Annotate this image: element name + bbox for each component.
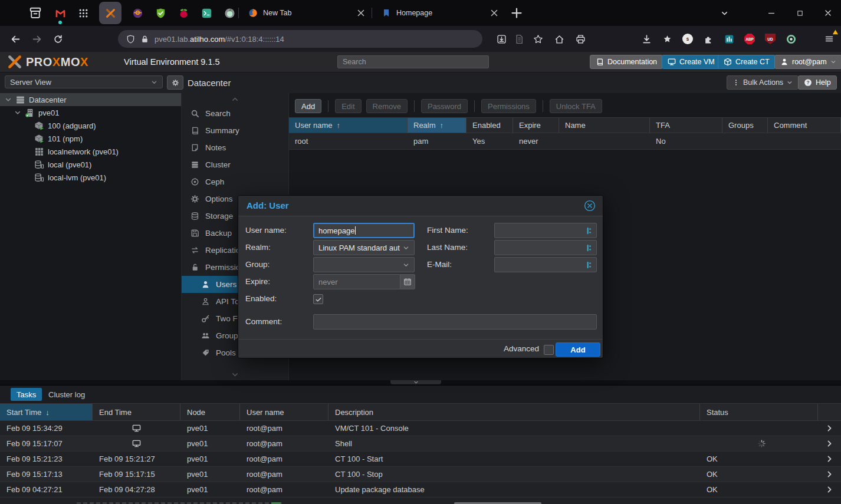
toolbar-button-edit[interactable]: Edit [335,99,361,113]
last-name-input[interactable] [494,240,597,255]
tree-item-101-npm[interactable]: 101 (npm) [0,132,181,145]
realm-combo[interactable]: Linux PAM standard aut [313,240,415,255]
reload-button[interactable] [50,31,66,47]
lock-icon[interactable] [140,35,149,44]
tab-close-icon[interactable] [489,8,500,18]
toolbar-button-add[interactable]: Add [295,99,321,113]
tab-close-icon[interactable] [356,8,366,18]
user-name-input[interactable]: homepage [313,223,415,238]
extension-wappalyzer[interactable] [723,33,735,45]
tree-item-datacenter[interactable]: Datacenter [0,93,181,106]
row-detail-chevron[interactable] [818,436,841,451]
column-header-start-time[interactable]: Start Time↓ [0,403,93,421]
group-combo[interactable] [313,257,415,272]
page-action-icon[interactable] [511,31,527,47]
pinned-tab-raspberry-pi[interactable] [176,6,190,20]
column-header-name[interactable]: Name [559,117,650,133]
column-header-realm[interactable]: Realm↑ [408,117,467,133]
password-manager-icon[interactable] [584,226,593,235]
home-icon[interactable] [551,31,567,47]
first-name-input[interactable] [494,223,597,238]
expire-input[interactable]: never [313,274,400,289]
browser-tab-homepage[interactable]: Homepage [374,2,505,24]
row-detail-chevron[interactable] [818,467,841,482]
column-header-user-name[interactable]: User name↑ [289,117,408,133]
pinned-tab-terminal[interactable] [199,6,213,20]
window-maximize-button[interactable] [788,4,812,22]
splitter-handle[interactable] [390,380,441,384]
enabled-checkbox[interactable] [313,294,323,304]
pinned-tab-proxmox[interactable] [99,2,121,24]
row-detail-chevron[interactable] [818,482,841,497]
pinned-tab-authentik[interactable] [130,6,144,20]
tree-item-100-adguard[interactable]: 100 (adguard) [0,119,181,132]
pinned-tab-apps-grid[interactable] [76,6,90,20]
extension-s-extension[interactable]: S [682,33,694,45]
extension-downloads[interactable] [640,33,652,45]
tree-item-local-pve01[interactable]: local (pve01) [0,158,181,171]
extension-extensions-puzzle[interactable] [702,33,714,45]
save-page-icon[interactable] [493,31,510,47]
dialog-close-icon[interactable] [584,200,596,212]
column-header-description[interactable]: Description [328,403,700,421]
task-row[interactable]: Feb 09 04:27:21Feb 09 04:27:28pve01root@… [0,482,841,498]
expand-chevron-icon[interactable] [14,109,21,116]
add-button[interactable]: Add [556,342,600,357]
menu-item-cluster[interactable]: Cluster [182,156,288,173]
documentation-button[interactable]: Documentation [590,55,663,69]
toolbar-button-unlock-tfa[interactable]: Unlock TFA [550,99,602,113]
comment-input[interactable] [313,314,597,330]
pinned-tab-adguard[interactable] [153,6,167,20]
row-detail-chevron[interactable] [818,452,841,466]
tab-tasks[interactable]: Tasks [11,388,42,401]
menu-item-ceph[interactable]: Ceph [182,173,288,190]
bulk-actions-button[interactable]: Bulk Actions [727,75,799,90]
task-row[interactable]: Feb 09 15:34:29pve01root@pamVM/CT 101 - … [0,421,841,436]
toolbar-button-permissions[interactable]: Permissions [481,99,536,113]
global-search-input[interactable]: Search [337,55,489,68]
task-row[interactable]: Feb 09 15:21:23Feb 09 15:21:27pve01root@… [0,452,841,467]
column-header-end-time[interactable]: End Time [93,403,180,421]
menu-hamburger-icon[interactable] [821,31,837,47]
url-bar[interactable]: pve01.lab.atilho.com/#v1:0:18:4::::::14 [118,30,482,48]
email-input[interactable] [494,257,597,272]
password-manager-icon[interactable] [584,261,593,269]
window-minimize-button[interactable] [760,4,783,22]
tree-item-localnetwork-pve01[interactable]: localnetwork (pve01) [0,145,181,158]
column-header-node[interactable]: Node [180,403,240,421]
row-detail-chevron[interactable] [818,421,841,436]
expand-chevron-icon[interactable] [5,96,12,103]
password-manager-icon[interactable] [584,243,593,252]
extension-green-ring[interactable] [785,33,797,45]
user-menu-button[interactable]: root@pam [774,55,841,69]
column-header-enabled[interactable]: Enabled [467,117,513,133]
back-button[interactable] [7,31,24,47]
menu-item-summary[interactable]: Summary [182,122,288,139]
toolbar-button-password[interactable]: Password [421,99,468,113]
bookmark-star-icon[interactable] [530,31,546,47]
column-header-expire[interactable]: Expire [513,117,559,133]
column-header-groups[interactable]: Groups [722,117,768,133]
pinned-tab-pi-hole[interactable] [222,6,236,20]
browser-tab-new-tab[interactable]: New Tab [241,2,372,24]
firefox-view-icon[interactable] [28,6,42,20]
help-button[interactable]: ? Help [798,75,837,90]
column-header-tfa[interactable]: TFA [650,117,722,133]
window-close-button[interactable] [816,4,840,22]
tree-item-local-lvm-pve01[interactable]: local-lvm (pve01) [0,171,181,184]
dialog-header[interactable]: Add: User [238,196,603,216]
task-row[interactable]: Feb 09 15:17:07pve01root@pamShell [0,436,841,452]
create-vm-button[interactable]: Create VM [662,55,721,69]
column-header-user-name[interactable]: User name [240,403,328,421]
list-tabs-chevron-icon[interactable] [712,4,736,22]
extension-adblock-plus[interactable]: ABP [744,33,755,45]
panel-splitter[interactable] [0,380,841,385]
extension-ublock-dark[interactable]: UD [764,33,776,45]
extension-bookmark-star[interactable] [661,33,673,45]
printer-icon[interactable] [572,31,589,47]
column-header-status[interactable]: Status [700,403,818,421]
menu-item-notes[interactable]: Notes [182,139,288,156]
tree-item-pve01[interactable]: pve01 [0,106,181,119]
column-header-comment[interactable]: Comment [768,117,841,133]
toolbar-button-remove[interactable]: Remove [366,99,408,113]
